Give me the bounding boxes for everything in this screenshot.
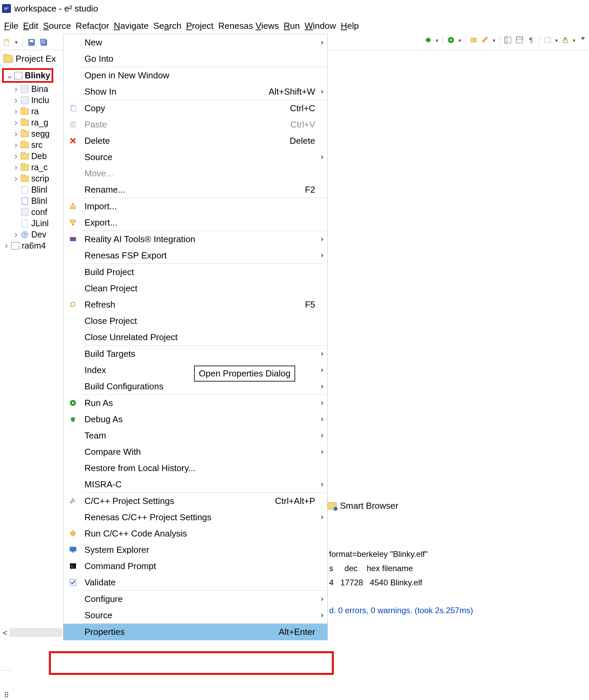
folder-icon bbox=[20, 164, 29, 171]
scrollbar-track[interactable] bbox=[10, 628, 62, 637]
tree-item[interactable]: Blinl bbox=[0, 184, 64, 195]
cm-source[interactable]: Source› bbox=[63, 149, 327, 165]
cm-validate[interactable]: Validate bbox=[63, 574, 327, 590]
cm-new[interactable]: New› bbox=[63, 34, 327, 51]
terminal-icon: >_ bbox=[69, 562, 77, 570]
tree-item[interactable]: ›Inclu bbox=[0, 95, 64, 106]
menu-navigate[interactable]: Navigate bbox=[114, 21, 149, 31]
cm-team[interactable]: Team› bbox=[63, 427, 327, 444]
tree-item[interactable]: ›?Dev bbox=[0, 229, 64, 240]
tree-item[interactable]: conf bbox=[0, 207, 64, 218]
delete-icon bbox=[69, 137, 77, 145]
cm-restore-local[interactable]: Restore from Local History... bbox=[63, 460, 327, 476]
tree-item-secondary[interactable]: ›ra6m4 bbox=[0, 240, 64, 251]
cm-go-into[interactable]: Go Into bbox=[63, 51, 327, 67]
quick-access-icon[interactable]: ⠿ bbox=[4, 691, 9, 700]
expand-icon[interactable]: ⌄ bbox=[5, 71, 14, 80]
expand-icon[interactable]: › bbox=[12, 118, 20, 128]
svg-marker-26 bbox=[71, 203, 75, 205]
expand-icon[interactable]: › bbox=[12, 140, 20, 150]
menu-run[interactable]: Run bbox=[284, 21, 300, 31]
chevron-right-icon: › bbox=[321, 480, 323, 489]
annotation-highlight bbox=[49, 651, 334, 675]
cm-open-new-window[interactable]: Open in New Window bbox=[63, 67, 327, 83]
menu-renesas-views[interactable]: Renesas Views bbox=[218, 21, 279, 31]
cm-export[interactable]: Export... bbox=[63, 214, 327, 231]
menu-project[interactable]: Project bbox=[186, 21, 213, 31]
includes-icon bbox=[20, 97, 29, 104]
expand-icon[interactable]: › bbox=[12, 84, 20, 94]
cm-show-in[interactable]: Show InAlt+Shift+W› bbox=[63, 83, 327, 100]
tooltip: Open Properties Dialog bbox=[194, 366, 295, 382]
cm-fsp-export[interactable]: Renesas FSP Export› bbox=[63, 247, 327, 264]
menu-edit[interactable]: Edit bbox=[23, 21, 38, 31]
svg-rect-37 bbox=[70, 547, 76, 551]
expand-icon[interactable]: › bbox=[12, 151, 20, 161]
tree-item[interactable]: ›ra bbox=[0, 106, 64, 117]
cm-rename[interactable]: Rename...F2 bbox=[63, 181, 327, 198]
expand-icon[interactable]: › bbox=[12, 95, 20, 105]
tree-item[interactable]: ›scrip bbox=[0, 173, 64, 184]
tree-label: scrip bbox=[31, 174, 49, 183]
cm-delete[interactable]: DeleteDelete bbox=[63, 133, 327, 149]
project-tree[interactable]: ⌄ Blinky ›Bina ›Inclu ›ra ›ra_g ›segg ›s… bbox=[0, 67, 64, 251]
cm-compare-with[interactable]: Compare With› bbox=[63, 444, 327, 460]
expand-icon[interactable]: › bbox=[12, 174, 20, 183]
cm-properties[interactable]: PropertiesAlt+Enter bbox=[63, 624, 327, 640]
cm-refresh[interactable]: RefreshF5 bbox=[63, 296, 327, 313]
toolbar-sep bbox=[22, 37, 23, 47]
context-menu: New› Go Into Open in New Window Show InA… bbox=[63, 34, 328, 640]
config-icon bbox=[20, 209, 29, 216]
new-file-icon[interactable] bbox=[2, 38, 12, 47]
save-all-icon[interactable] bbox=[39, 38, 49, 47]
tree-label: ra bbox=[31, 106, 39, 116]
cm-build-targets[interactable]: Build Targets› bbox=[63, 346, 327, 362]
menu-file[interactable]: File bbox=[4, 21, 18, 31]
tree-item[interactable]: ›src bbox=[0, 139, 64, 151]
new-file-dropdown[interactable]: ▾ bbox=[14, 39, 18, 45]
cm-clean-project[interactable]: Clean Project bbox=[63, 280, 327, 296]
file-icon bbox=[20, 220, 29, 227]
cm-copy[interactable]: CopyCtrl+C bbox=[63, 100, 327, 116]
menu-search[interactable]: Search bbox=[153, 21, 181, 31]
chevron-right-icon: › bbox=[321, 153, 323, 161]
cm-import[interactable]: Import... bbox=[63, 198, 327, 214]
chevron-right-icon: › bbox=[321, 38, 323, 47]
cm-configure[interactable]: Configure› bbox=[63, 591, 327, 607]
menu-source[interactable]: Source bbox=[43, 21, 71, 31]
tree-item[interactable]: Blinl bbox=[0, 195, 64, 207]
cm-debug-as[interactable]: Debug As› bbox=[63, 411, 327, 427]
cm-close-project[interactable]: Close Project bbox=[63, 313, 327, 329]
cm-c-settings[interactable]: C/C++ Project SettingsCtrl+Alt+P bbox=[63, 493, 327, 509]
refresh-icon bbox=[69, 300, 77, 309]
expand-icon[interactable]: › bbox=[12, 106, 20, 116]
tree-item[interactable]: ›segg bbox=[0, 128, 64, 139]
tree-item[interactable]: ›Deb bbox=[0, 151, 64, 162]
tree-item[interactable]: ›ra_c bbox=[0, 162, 64, 173]
cm-code-analysis[interactable]: Run C/C++ Code Analysis bbox=[63, 525, 327, 542]
cm-source2[interactable]: Source› bbox=[63, 607, 327, 623]
tree-item[interactable]: ›Bina bbox=[0, 83, 64, 95]
menu-help[interactable]: Help bbox=[341, 21, 359, 31]
cm-renesas-c-settings[interactable]: Renesas C/C++ Project Settings› bbox=[63, 509, 327, 525]
tree-item[interactable]: JLinl bbox=[0, 218, 64, 229]
expand-icon[interactable]: › bbox=[2, 241, 11, 251]
cm-misra[interactable]: MISRA-C› bbox=[63, 476, 327, 492]
smart-browser-title: Smart Browser bbox=[340, 501, 398, 511]
smart-browser-tab[interactable]: Smart Browser bbox=[328, 501, 398, 511]
cm-command-prompt[interactable]: >_Command Prompt bbox=[63, 558, 327, 574]
menu-refactor[interactable]: Refactor bbox=[76, 21, 109, 31]
expand-icon[interactable]: › bbox=[12, 162, 20, 172]
tree-item[interactable]: ›ra_g bbox=[0, 117, 64, 128]
save-icon[interactable] bbox=[27, 38, 36, 47]
expand-icon[interactable]: › bbox=[12, 230, 20, 239]
tree-project-root[interactable]: ⌄ Blinky bbox=[0, 67, 64, 83]
cm-run-as[interactable]: Run As› bbox=[63, 395, 327, 411]
menu-window[interactable]: Window bbox=[305, 21, 336, 31]
cm-system-explorer[interactable]: System Explorer bbox=[63, 542, 327, 558]
cm-build-project[interactable]: Build Project bbox=[63, 264, 327, 280]
scroll-left-icon[interactable]: < bbox=[3, 628, 7, 638]
cm-close-unrelated[interactable]: Close Unrelated Project bbox=[63, 329, 327, 345]
expand-icon[interactable]: › bbox=[12, 129, 20, 139]
cm-reality-ai[interactable]: Reality AI Tools® Integration› bbox=[63, 231, 327, 247]
